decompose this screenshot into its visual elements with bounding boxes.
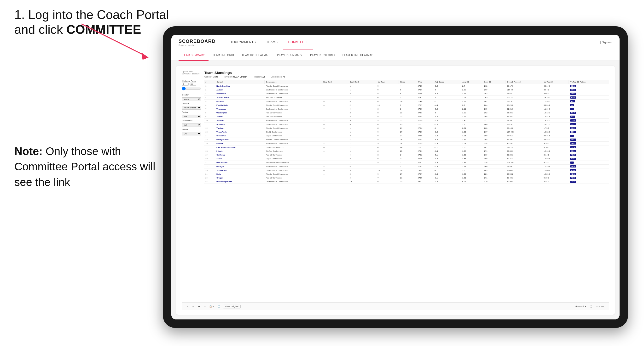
cell-conf-rank: 4 (348, 107, 376, 111)
region-filter: Region: All (254, 76, 264, 78)
table-header-row: # School Conference Reg Rank Conf Rank N… (204, 80, 609, 84)
cell-conference: Pac-12 Conference (264, 115, 322, 119)
th-low-sg: Low SG (483, 80, 505, 84)
toolbar-back[interactable]: ⬅ (197, 305, 201, 308)
cell-adj-score: -3.5 (433, 130, 461, 134)
toolbar-share[interactable]: ↗ Share (595, 305, 605, 308)
cell-low-sg: 266 (483, 165, 505, 169)
cell-overall: 117-4-0 (505, 88, 542, 92)
cell-school: Arizona State (215, 96, 264, 100)
cell-conference: Big 12 Conference (264, 157, 322, 161)
cell-low-sg: 262 (483, 84, 505, 88)
cell-rnds: 23 (399, 119, 416, 123)
cell-conf-rank: 2 (348, 92, 376, 96)
cell-no-tour: 6 (376, 100, 399, 103)
region-select[interactable]: N/A (182, 115, 201, 118)
cell-vs-top50-pts: 63.49 (569, 111, 609, 115)
sub-nav-team-h2h-grid[interactable]: TEAM H2H GRID (208, 50, 238, 61)
cell-rnds: 27 (399, 172, 416, 176)
cell-adj-score: -4 (433, 96, 461, 100)
toolbar-copy[interactable]: ⧉ (203, 305, 206, 309)
gender-select[interactable]: Men's Women's (182, 97, 201, 101)
cell-vs-top25: 23-11-1 (542, 123, 568, 126)
min-rou-slider[interactable] (182, 87, 201, 90)
sub-nav-player-h2h-grid[interactable]: PLAYER H2H GRID (306, 50, 339, 61)
cell-conference: Southeastern Conference (264, 180, 322, 184)
cell-vs-top25: 18-12-1 (542, 111, 568, 115)
cell-reg-rank: — (322, 100, 348, 103)
cell-rnds: 24 (399, 146, 416, 149)
cell-avg-sg: 1.86 (461, 119, 483, 123)
nav-item-committee[interactable]: COMMITTEE (283, 35, 313, 50)
cell-wins: 276.3 (416, 138, 433, 142)
cell-wins: 273.6 (416, 92, 433, 96)
conference-select[interactable]: (All) (182, 123, 201, 127)
cell-wins: 276.9 (416, 119, 433, 123)
cell-low-sg: 265 (483, 107, 505, 111)
cell-reg-rank: — (322, 149, 348, 153)
cell-avg-sg: 1.21 (461, 176, 483, 180)
toolbar-view-btn[interactable]: View: Original (223, 305, 241, 309)
cell-reg-rank: — (322, 157, 348, 161)
cell-vs-top25: 30-15-0 (542, 134, 568, 138)
cell-conf-rank: 3 (348, 100, 376, 103)
cell-overall: 96-29-2 (505, 103, 542, 107)
main-content: Update time: 27/03/2024 16:56:26 Team St… (171, 61, 620, 320)
gender-control: Gender Men's Women's (182, 94, 201, 101)
cell-conf-rank: 1 (348, 96, 376, 100)
toolbar-undo[interactable]: ↩ (186, 305, 190, 308)
cell-adj-score: -2 (433, 169, 461, 172)
cell-conference: Pac-12 Conference (264, 176, 322, 180)
division-select[interactable]: NCAA Division I (182, 106, 201, 110)
toolbar-paste[interactable]: 📋 ▾ (208, 305, 215, 308)
cell-vs-top25: 4-21-0 (542, 180, 568, 184)
cell-conf-rank: 1 (348, 126, 376, 130)
cell-rank: 16 (204, 142, 215, 146)
toolbar-expand[interactable]: ⛶ (589, 305, 593, 308)
nav-sign-out[interactable]: | Sign out (600, 41, 612, 44)
cell-low-sg: 209 (483, 134, 505, 138)
sub-nav-player-h2h-heatmap[interactable]: PLAYER H2H HEATMAP (339, 50, 377, 61)
cell-school: Arkansas (215, 123, 264, 126)
cell-no-tour: 6 (376, 96, 399, 100)
cell-school: Tennessee (215, 107, 264, 111)
toolbar-clock[interactable]: 🕐 (217, 305, 221, 308)
cell-vs-top50-pts: 48.38 (569, 176, 609, 180)
nav-item-tournaments[interactable]: TOURNAMENTS (225, 35, 261, 50)
table-body: 1 North Carolina Atlantic Coast Conferen… (204, 84, 609, 184)
cell-wins: 275.7 (416, 103, 433, 107)
sub-nav-team-summary[interactable]: TEAM SUMMARY (178, 50, 208, 61)
cell-reg-rank: — (322, 176, 348, 180)
cell-rank: 9 (204, 115, 215, 119)
sub-nav-player-summary[interactable]: PLAYER SUMMARY (273, 50, 306, 61)
cell-low-sg: 262 (483, 100, 505, 103)
cell-low-sg: 264 (483, 103, 505, 107)
cell-vs-top50-pts: 73.7 (569, 100, 609, 103)
cell-vs-top25: 11-19-0 (542, 107, 568, 111)
nav-item-teams[interactable]: TEAMS (261, 35, 283, 50)
cell-vs-top25: 15-32-0 (542, 130, 568, 134)
min-rou-max-input[interactable] (190, 83, 196, 86)
school-select[interactable]: (All) (182, 132, 201, 136)
cell-vs-top25: 79-25-1 (542, 96, 568, 100)
cell-avg-sg: 1.98 (461, 115, 483, 119)
cell-no-tour: 9 (376, 142, 399, 146)
toolbar-left: ↩ ↪ ⬅ ⧉ 📋 ▾ 🕐 View: Original (186, 305, 241, 309)
cell-rnds: 21 (399, 165, 416, 169)
cell-avg-sg: 2.7 (461, 84, 483, 88)
sub-nav-team-h2h-heatmap[interactable]: TEAM H2H HEATMAP (238, 50, 273, 61)
gender-control-label: Gender (182, 94, 201, 96)
cell-rank: 5 (204, 100, 215, 103)
cell-vs-top50-pts: 80.34 (569, 149, 609, 153)
min-rou-min-input[interactable] (182, 83, 188, 86)
region-control-label: Region (182, 111, 201, 113)
division-control: Division NCAA Division I (182, 102, 201, 110)
cell-school: North Carolina (215, 84, 264, 88)
cell-low-sg: 268 (483, 123, 505, 126)
cell-conference: Big 12 Conference (264, 134, 322, 138)
cell-conference: Southeastern Conference (264, 142, 322, 146)
toolbar-redo[interactable]: ↪ (192, 305, 195, 308)
toolbar-watch[interactable]: 👁 Watch ▾ (574, 305, 587, 308)
cell-avg-sg: 2.2 (461, 103, 483, 107)
cell-school: Ole Miss (215, 100, 264, 103)
